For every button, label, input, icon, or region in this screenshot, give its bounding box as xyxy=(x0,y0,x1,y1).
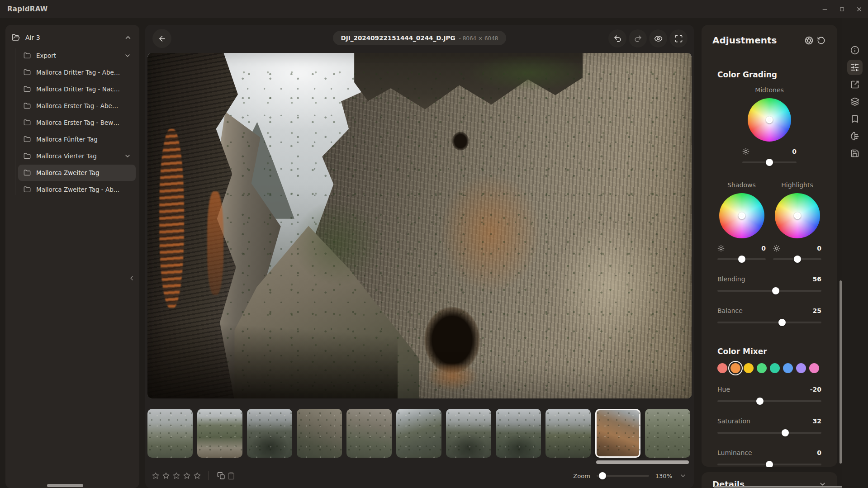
luminance-slider-handle[interactable] xyxy=(766,461,773,467)
folder-label: Mallorca Zweiter Tag xyxy=(36,169,100,176)
mixer-swatch-orange[interactable] xyxy=(730,363,740,373)
undo-button[interactable] xyxy=(608,29,626,47)
midtones-color-wheel[interactable] xyxy=(748,98,791,142)
folder-icon xyxy=(24,169,31,176)
blending-slider[interactable] xyxy=(717,287,821,294)
folder-label: Mallorca Vierter Tag xyxy=(36,152,97,160)
zoom-slider-handle[interactable] xyxy=(599,472,606,479)
highlights-color-wheel[interactable] xyxy=(775,193,820,238)
details-section-header[interactable]: Details xyxy=(702,472,837,488)
midtones-label: Midtones xyxy=(742,86,797,94)
folder-icon xyxy=(24,186,31,193)
midtones-luminance-value: 0 xyxy=(792,148,797,155)
thumbnail-2[interactable] xyxy=(197,409,242,458)
shadows-wheel-handle[interactable] xyxy=(738,213,745,219)
star-1[interactable] xyxy=(152,472,160,480)
sidebar-collapse-button[interactable] xyxy=(127,272,137,284)
sidebar-folder-item[interactable]: Mallorca Zweiter Tag - Ab… xyxy=(18,181,136,198)
maximize-button[interactable] xyxy=(835,3,848,15)
mixer-swatch-blue[interactable] xyxy=(783,363,793,373)
reset-adjustments-button[interactable] xyxy=(815,34,827,47)
mixer-swatch-green[interactable] xyxy=(757,363,767,373)
thumbnail-5[interactable] xyxy=(346,409,392,458)
redo-button[interactable] xyxy=(629,29,647,47)
close-button[interactable] xyxy=(853,3,865,15)
highlights-luminance-slider[interactable] xyxy=(773,256,821,263)
luminance-slider[interactable] xyxy=(717,461,821,467)
saturation-slider-handle[interactable] xyxy=(782,429,789,436)
zoom-slider[interactable] xyxy=(597,472,649,479)
sidebar-horizontal-scrollbar[interactable] xyxy=(47,484,83,487)
rotate-ccw-icon xyxy=(817,36,825,45)
chevron-down-icon[interactable] xyxy=(124,52,131,59)
hue-slider-handle[interactable] xyxy=(756,398,764,405)
highlights-slider-handle[interactable] xyxy=(794,256,801,263)
masks-tab-button[interactable] xyxy=(847,94,863,109)
shadows-label: Shadows xyxy=(717,181,766,189)
photo-canvas[interactable] xyxy=(147,53,692,398)
sidebar-folder-item[interactable]: Mallorca Dritter Tag - Nac… xyxy=(18,81,136,97)
sidebar-folder-item[interactable]: Mallorca Erster Tag - Bew… xyxy=(18,114,136,131)
shadows-luminance-slider[interactable] xyxy=(717,256,766,263)
balance-slider-handle[interactable] xyxy=(778,319,786,326)
mixer-swatch-pink[interactable] xyxy=(809,363,819,373)
sidebar-folder-item[interactable]: Export xyxy=(18,47,136,64)
presets-tab-button[interactable] xyxy=(847,111,863,127)
mixer-swatch-purple[interactable] xyxy=(796,363,806,373)
thumbnail-3[interactable] xyxy=(247,409,292,458)
thumbnail-7[interactable] xyxy=(446,409,491,458)
thumbnail-6[interactable] xyxy=(396,409,441,458)
highlights-wheel-handle[interactable] xyxy=(794,213,801,219)
filmstrip-scrollbar-thumb[interactable] xyxy=(596,460,689,464)
adjustments-tab-button[interactable] xyxy=(847,60,863,75)
back-button[interactable] xyxy=(152,29,171,48)
copy-settings-button[interactable] xyxy=(216,471,226,481)
sidebar-folder-item[interactable]: Mallorca Dritter Tag - Abe… xyxy=(18,64,136,81)
sidebar-folder-item[interactable]: Mallorca Vierter Tag xyxy=(18,148,136,164)
mixer-swatch-teal[interactable] xyxy=(770,363,780,373)
auto-adjust-button[interactable] xyxy=(803,34,815,47)
star-4[interactable] xyxy=(183,472,191,480)
hue-slider[interactable] xyxy=(717,398,821,405)
minimize-button[interactable] xyxy=(818,3,831,15)
thumbnail-1[interactable] xyxy=(147,409,193,458)
paste-settings-button[interactable] xyxy=(226,471,236,481)
midtones-wheel-handle[interactable] xyxy=(766,117,773,123)
chevron-up-icon[interactable] xyxy=(124,33,132,42)
folder-icon xyxy=(24,52,31,59)
midtones-luminance-slider[interactable] xyxy=(742,159,797,166)
copy-icon xyxy=(217,472,225,480)
star-5[interactable] xyxy=(193,472,201,480)
blending-slider-handle[interactable] xyxy=(772,287,779,294)
zoom-presets-button[interactable] xyxy=(678,471,688,480)
mixer-swatch-yellow[interactable] xyxy=(744,363,754,373)
saturation-label: Saturation xyxy=(717,417,750,425)
blending-label: Blending xyxy=(717,275,745,283)
balance-slider[interactable] xyxy=(717,319,821,326)
info-tab-button[interactable] xyxy=(847,43,863,58)
saturation-slider[interactable] xyxy=(717,429,821,436)
chevron-down-icon[interactable] xyxy=(124,152,131,160)
star-3[interactable] xyxy=(172,472,180,480)
mixer-swatch-red[interactable] xyxy=(717,363,727,373)
shadows-slider-handle[interactable] xyxy=(738,256,745,263)
fullscreen-button[interactable] xyxy=(669,29,688,47)
eye-icon xyxy=(654,34,663,43)
thumbnail-11[interactable] xyxy=(645,409,690,458)
filmstrip-scrollbar xyxy=(147,458,692,465)
preview-original-button[interactable] xyxy=(649,29,667,47)
thumbnail-8[interactable] xyxy=(496,409,541,458)
sidebar-folder-item[interactable]: Mallorca Fünfter Tag xyxy=(18,131,136,147)
sidebar-folder-item[interactable]: Mallorca Zweiter Tag xyxy=(18,165,136,181)
sidebar-folder-item[interactable]: Mallorca Erster Tag - Abe… xyxy=(18,98,136,114)
ai-tools-tab-button[interactable] xyxy=(847,128,863,144)
thumbnail-9[interactable] xyxy=(545,409,591,458)
save-tab-button[interactable] xyxy=(847,146,863,161)
shadows-color-wheel[interactable] xyxy=(719,193,764,238)
star-2[interactable] xyxy=(162,472,170,480)
export-tab-button[interactable] xyxy=(847,77,863,92)
sidebar-root-folder[interactable]: Air 3 xyxy=(5,28,139,47)
midtones-slider-handle[interactable] xyxy=(766,159,773,166)
thumbnail-10[interactable] xyxy=(595,409,640,458)
thumbnail-4[interactable] xyxy=(297,409,342,458)
